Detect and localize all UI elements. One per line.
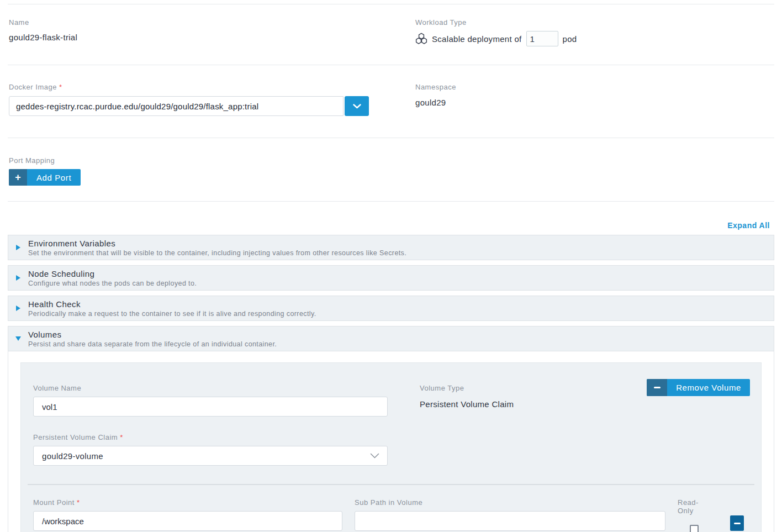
docker-image-input[interactable] xyxy=(9,96,344,116)
remove-volume-button[interactable]: Remove Volume xyxy=(647,379,750,396)
accordion-volumes[interactable]: Volumes Persist and share data separate … xyxy=(8,326,774,351)
plus-icon: + xyxy=(9,169,27,186)
docker-image-dropdown-button[interactable] xyxy=(345,96,369,116)
card-divider xyxy=(28,484,754,485)
read-only-label: Read-Only xyxy=(678,498,710,515)
section-name-workload: Name gould29-flask-trial Workload Type S… xyxy=(0,4,782,65)
namespace-group: Namespace gould29 xyxy=(415,65,773,138)
accordion-subtitle: Configure what nodes the pods can be dep… xyxy=(28,280,197,287)
accordion-environment-variables[interactable]: Environment Variables Set the environmen… xyxy=(8,235,774,260)
pvc-label: Persistent Volume Claim* xyxy=(33,433,749,441)
expand-all-link[interactable]: Expand All xyxy=(727,221,770,230)
required-asterisk: * xyxy=(59,83,62,91)
divider xyxy=(8,138,774,138)
workload-prefix-text: Scalable deployment of xyxy=(432,34,522,44)
chevron-right-icon xyxy=(16,275,20,281)
required-asterisk: * xyxy=(77,498,80,507)
chevron-down-icon xyxy=(353,104,361,109)
namespace-value: gould29 xyxy=(415,98,773,107)
accordion-title: Node Scheduling xyxy=(28,269,197,278)
required-asterisk: * xyxy=(120,433,123,441)
accordion-subtitle: Persist and share data separate from the… xyxy=(28,340,277,348)
accordion-node-scheduling[interactable]: Node Scheduling Configure what nodes the… xyxy=(8,265,774,291)
accordion-title: Volumes xyxy=(28,330,277,339)
accordion-subtitle: Periodically make a request to the conta… xyxy=(28,310,316,318)
sub-path-label: Sub Path in Volume xyxy=(355,498,665,507)
volume-name-input[interactable] xyxy=(33,397,388,417)
mount-point-label: Mount Point* xyxy=(33,498,342,507)
read-only-area: Read-Only xyxy=(678,498,749,532)
mount-point-group: Mount Point* xyxy=(33,498,342,532)
sub-path-input[interactable] xyxy=(355,511,665,531)
chevron-right-icon xyxy=(16,245,20,250)
read-only-checkbox[interactable] xyxy=(690,525,699,532)
expand-all-row: Expand All xyxy=(0,202,782,230)
add-port-button[interactable]: + Add Port xyxy=(9,169,81,186)
volumes-panel: Remove Volume Volume Name Volume Type Pe… xyxy=(8,351,774,532)
replicas-hexagons-icon xyxy=(415,33,427,45)
workload-suffix-text: pod xyxy=(563,34,577,44)
pvc-select[interactable]: gould29-volume xyxy=(33,446,388,466)
pvc-selected-value: gould29-volume xyxy=(42,451,103,461)
volume-name-group: Volume Name xyxy=(33,363,388,417)
accordion-list: Environment Variables Set the environmen… xyxy=(8,235,774,351)
minus-icon xyxy=(647,379,667,396)
sub-path-group: Sub Path in Volume xyxy=(355,498,665,532)
workload-type-label: Workload Type xyxy=(415,18,773,27)
port-mapping-label: Port Mapping xyxy=(9,156,773,165)
minus-icon xyxy=(734,523,741,524)
accordion-title: Environment Variables xyxy=(28,239,406,248)
accordion-subtitle: Set the environment that will be visible… xyxy=(28,249,406,257)
section-port-mapping: Port Mapping + Add Port xyxy=(0,156,782,201)
volume-card: Remove Volume Volume Name Volume Type Pe… xyxy=(20,362,762,532)
section-image-namespace: Docker Image* Namespace gould29 xyxy=(0,65,782,138)
workload-type-group: Workload Type Scalable deployment of pod xyxy=(415,4,773,65)
accordion-title: Health Check xyxy=(28,299,316,309)
scale-input[interactable] xyxy=(526,31,558,46)
docker-image-label: Docker Image* xyxy=(9,83,415,91)
remove-mount-button[interactable] xyxy=(730,515,744,531)
name-field-group: Name gould29-flask-trial xyxy=(9,4,415,65)
accordion-health-check[interactable]: Health Check Periodically make a request… xyxy=(8,296,774,321)
namespace-label: Namespace xyxy=(415,83,773,91)
name-value: gould29-flask-trial xyxy=(9,33,415,42)
docker-image-group: Docker Image* xyxy=(9,65,415,138)
add-port-button-label: Add Port xyxy=(27,169,81,186)
name-label: Name xyxy=(9,18,415,27)
chevron-down-icon xyxy=(15,336,21,341)
chevron-right-icon xyxy=(16,305,20,311)
read-only-group: Read-Only xyxy=(678,498,710,532)
pvc-group: Persistent Volume Claim* gould29-volume xyxy=(33,433,749,466)
remove-volume-button-label: Remove Volume xyxy=(667,379,750,396)
volume-name-label: Volume Name xyxy=(33,384,388,392)
volume-type-value: Persistent Volume Claim xyxy=(420,399,749,409)
mount-point-input[interactable] xyxy=(33,511,342,531)
chevron-down-icon xyxy=(370,453,379,459)
